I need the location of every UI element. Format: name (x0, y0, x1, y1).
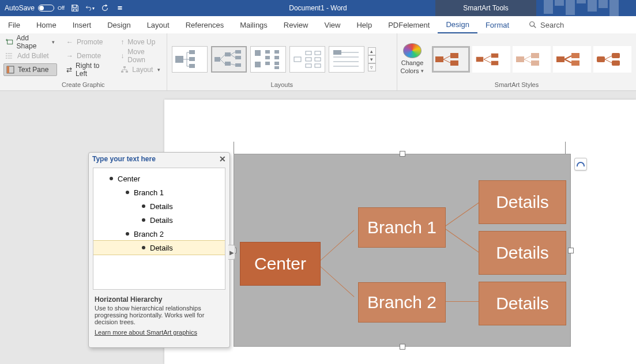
move-up-label: Move Up (127, 38, 155, 46)
svg-rect-13 (189, 57, 195, 61)
text-pane-icon (6, 66, 14, 74)
outline-item-branch2[interactable]: Branch 2 (93, 227, 225, 241)
autosave-state: Off (58, 5, 65, 11)
text-pane-title: Type your text here (92, 155, 156, 163)
styles-gallery[interactable] (427, 33, 636, 80)
move-down-icon: ↓ (121, 52, 124, 60)
node-details-2[interactable]: Details (479, 231, 566, 275)
node-branch1[interactable]: Branch 1 (358, 207, 446, 248)
tab-view[interactable]: View (316, 16, 348, 33)
resize-handle-right[interactable] (568, 248, 574, 253)
tab-insert[interactable]: Insert (65, 16, 100, 33)
text-pane-button[interactable]: Text Pane (3, 63, 57, 76)
resize-handle-bottom[interactable] (400, 344, 405, 350)
svg-rect-51 (612, 53, 620, 58)
layout-options-icon (577, 162, 585, 166)
node-branch2[interactable]: Branch 2 (358, 282, 446, 323)
smartart-text-pane[interactable]: Type your text here ✕ Center Branch 1 De… (88, 152, 230, 348)
svg-rect-26 (274, 50, 279, 54)
layouts-gallery[interactable]: ▴ ▾ ▿ (167, 33, 382, 80)
svg-rect-47 (556, 56, 565, 62)
layout-option-2-selected[interactable] (211, 46, 247, 73)
text-pane-close-button[interactable]: ✕ (219, 154, 226, 164)
outline-text: Branch 1 (134, 188, 164, 197)
outline-item-details1[interactable]: Details (93, 199, 225, 213)
outline-item-center[interactable]: Center (93, 172, 225, 185)
group-label-styles: SmartArt Styles (397, 80, 636, 90)
svg-rect-35 (315, 58, 321, 61)
save-icon[interactable] (70, 3, 80, 13)
node-details-3[interactable]: Details (479, 282, 566, 325)
tab-home[interactable]: Home (28, 16, 65, 33)
change-colors-button[interactable]: Change Colors▾ (397, 33, 427, 80)
layout-option-3[interactable] (250, 46, 286, 73)
autosave-toggle[interactable]: AutoSave Off (5, 4, 65, 12)
svg-point-0 (530, 22, 535, 26)
change-colors-line1: Change (401, 59, 424, 66)
group-label-layouts: Layouts (167, 80, 397, 90)
tab-smartart-design[interactable]: Design (438, 16, 477, 33)
node-center[interactable]: Center (240, 242, 321, 286)
add-shape-button[interactable]: Add Shape▾ (3, 36, 57, 48)
svg-rect-20 (235, 63, 241, 67)
tell-me-search[interactable]: Search (529, 21, 564, 29)
tab-review[interactable]: Review (276, 16, 317, 33)
svg-rect-45 (531, 53, 539, 58)
svg-point-3 (6, 53, 7, 54)
rtl-icon: ⇄ (66, 66, 72, 74)
tab-pdfelement[interactable]: PDFelement (380, 16, 438, 33)
learn-more-link[interactable]: Learn more about SmartArt graphics (95, 329, 197, 336)
style-option-2[interactable] (472, 46, 510, 73)
style-option-1-selected[interactable] (432, 46, 470, 73)
right-to-left-button[interactable]: ⇄ Right to Left (64, 63, 111, 76)
undo-icon[interactable]: ▾ (85, 3, 95, 13)
svg-rect-8 (123, 66, 126, 68)
promote-arrow-icon: ← (66, 38, 73, 46)
style-option-3[interactable] (513, 46, 551, 73)
style-option-5[interactable] (593, 46, 631, 73)
node-details-1[interactable]: Details (479, 180, 566, 224)
contextual-tool-title: SmartArt Tools (435, 0, 536, 16)
tab-layout[interactable]: Layout (139, 16, 178, 33)
group-label-create-graphic: Create Graphic (0, 80, 167, 90)
tab-mailings[interactable]: Mailings (232, 16, 276, 33)
layout-button: Layout▾ (118, 63, 163, 76)
outline-text: Details (150, 244, 173, 252)
svg-rect-41 (476, 56, 484, 62)
svg-rect-22 (255, 62, 261, 67)
tab-help[interactable]: Help (348, 16, 380, 33)
gallery-scroll-down[interactable]: ▾ (368, 55, 376, 63)
document-canvas[interactable]: Center Branch 1 Branch 2 Details Details… (0, 91, 636, 364)
tab-file[interactable]: File (0, 16, 28, 33)
svg-point-5 (6, 58, 7, 59)
add-shape-label: Add Shape (17, 34, 47, 50)
outline-text: Details (150, 216, 173, 225)
gallery-more[interactable]: ▿ (368, 63, 376, 71)
style-option-4[interactable] (553, 46, 591, 73)
smartart-object[interactable]: Center Branch 1 Branch 2 Details Details… (234, 154, 571, 347)
text-pane-outline[interactable]: Center Branch 1 Details Details Branch 2… (93, 168, 225, 290)
tab-design[interactable]: Design (99, 16, 138, 33)
search-icon (529, 21, 537, 29)
svg-rect-40 (450, 60, 458, 66)
layout-option-1[interactable] (172, 46, 208, 73)
outline-text: Center (118, 175, 140, 183)
tab-smartart-format[interactable]: Format (477, 16, 517, 33)
text-pane-collapse-handle[interactable]: ▶ (228, 245, 235, 260)
layout-options-button[interactable] (574, 158, 587, 170)
resize-handle-top[interactable] (400, 151, 405, 157)
gallery-scroll-up[interactable]: ▴ (368, 47, 376, 55)
svg-rect-36 (315, 64, 321, 67)
layout-option-4[interactable] (289, 46, 325, 73)
layout-icon (121, 66, 129, 74)
svg-rect-44 (516, 56, 524, 62)
outline-item-details3-selected[interactable]: Details (93, 241, 225, 255)
outline-item-branch1[interactable]: Branch 1 (93, 185, 225, 199)
customize-qat-icon[interactable]: 〓 (115, 3, 125, 13)
outline-item-details2[interactable]: Details (93, 213, 225, 227)
promote-button: ← Promote (64, 36, 111, 48)
redo-icon[interactable] (100, 3, 110, 13)
layout-option-5[interactable] (329, 46, 364, 73)
svg-rect-28 (274, 62, 279, 65)
tab-references[interactable]: References (178, 16, 232, 33)
